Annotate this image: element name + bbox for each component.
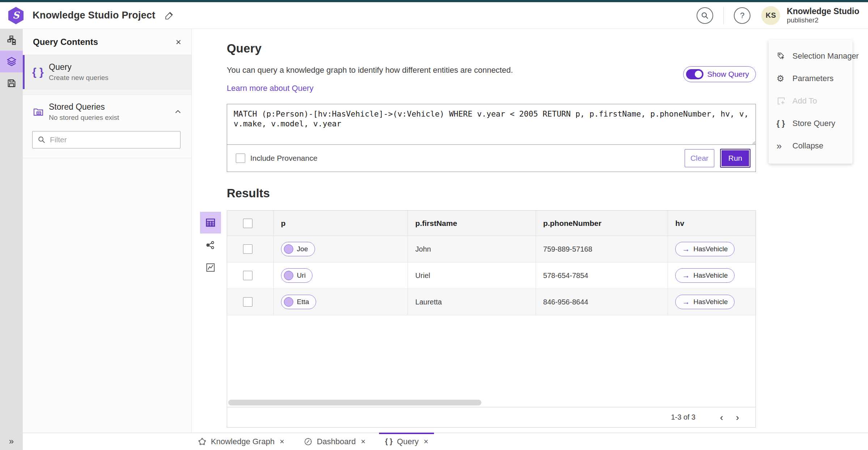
column-header-p[interactable]: p — [274, 211, 408, 236]
menu-item-store-query[interactable]: { } Store Query — [769, 112, 852, 135]
person-node-pill[interactable]: Joe — [281, 242, 315, 256]
view-table-button[interactable] — [200, 212, 221, 234]
relation-pill[interactable]: → HasVehicle — [675, 242, 735, 256]
results-table: p p.firstName p.phoneNumber hv Joe — [227, 210, 756, 428]
clear-button[interactable]: Clear — [685, 149, 714, 167]
person-node-pill[interactable]: Etta — [281, 295, 316, 309]
horizontal-scrollbar-thumb[interactable] — [228, 400, 481, 405]
next-page-button[interactable]: › — [729, 413, 745, 422]
avatar[interactable]: KS — [761, 6, 780, 25]
header-divider — [723, 7, 724, 24]
row-checkbox[interactable] — [243, 244, 252, 254]
tab-query[interactable]: { } Query × — [379, 433, 434, 450]
expand-rail-button[interactable]: » — [0, 433, 23, 450]
search-icon — [701, 12, 709, 20]
rail-item-layers[interactable] — [0, 51, 23, 72]
user-info: Knowledge Studio publisher2 — [787, 7, 859, 24]
filter-input[interactable] — [50, 135, 175, 144]
tab-label: Query — [397, 437, 419, 446]
person-pill-label: Uri — [297, 272, 306, 279]
panel-item-query[interactable]: { } Query Create new queries — [23, 55, 191, 89]
app-logo[interactable]: S — [7, 7, 25, 24]
view-switcher — [200, 212, 221, 278]
person-node-pill[interactable]: Uri — [281, 268, 312, 283]
relation-pill[interactable]: → HasVehicle — [675, 295, 735, 309]
close-panel-button[interactable]: × — [176, 37, 181, 47]
panel-item-stored-queries[interactable]: Stored Queries No stored queries exist — [23, 95, 191, 129]
menu-item-label: Add To — [792, 96, 817, 106]
braces-icon: { } — [32, 66, 49, 78]
pagination-label: 1-3 of 3 — [671, 413, 695, 421]
hexagon-logo-icon: S — [8, 7, 24, 25]
node-dot-icon — [284, 244, 293, 254]
relation-pill[interactable]: → HasVehicle — [675, 268, 735, 283]
close-tab-button[interactable]: × — [424, 438, 429, 446]
tab-dashboard[interactable]: Dashboard × — [298, 433, 371, 450]
header: S Knowledge Studio Project ? KS Knowledg… — [0, 2, 868, 29]
hierarchy-icon — [7, 35, 17, 45]
braces-icon: { } — [776, 119, 792, 128]
query-editor[interactable]: MATCH (p:Person)-[hv:HasVehicle]->(v:Veh… — [227, 104, 756, 145]
arrow-right-icon: → — [682, 271, 690, 280]
search-button[interactable] — [697, 7, 713, 24]
column-header-firstname[interactable]: p.firstName — [408, 211, 536, 236]
show-query-toggle[interactable]: Show Query — [683, 66, 756, 82]
cell-phonenumber: 578-654-7854 — [536, 262, 668, 289]
relation-pill-label: HasVehicle — [693, 272, 728, 279]
query-contents-panel: Query Contents × { } Query Create new qu… — [23, 29, 192, 433]
run-button[interactable]: Run — [720, 149, 750, 168]
include-provenance-checkbox[interactable] — [236, 153, 245, 163]
tab-label: Knowledge Graph — [211, 437, 275, 446]
gear-icon: ⚙ — [776, 73, 792, 84]
user-role: publisher2 — [787, 16, 859, 24]
tab-strip: Knowledge Graph × Dashboard × { } Query … — [23, 433, 868, 450]
relation-pill-label: HasVehicle — [693, 298, 728, 306]
select-all-cell — [227, 211, 274, 236]
learn-more-link[interactable]: Learn more about Query — [227, 84, 314, 93]
help-button[interactable]: ? — [734, 7, 750, 24]
menu-item-selection-manager[interactable]: Selection Manager — [769, 45, 852, 67]
menu-item-parameters[interactable]: ⚙ Parameters — [769, 67, 852, 90]
braces-icon: { } — [385, 437, 392, 446]
select-all-checkbox[interactable] — [243, 219, 252, 228]
view-chart-button[interactable] — [200, 257, 221, 278]
project-title: Knowledge Studio Project — [33, 10, 155, 21]
page-description: You can query a knowledge graph to ident… — [227, 66, 756, 75]
row-checkbox[interactable] — [243, 297, 252, 307]
panel-title: Query Contents — [33, 37, 176, 47]
knowledge-graph-icon — [198, 437, 207, 446]
tab-knowledge-graph[interactable]: Knowledge Graph × — [192, 433, 290, 450]
panel-item-query-desc: Create new queries — [49, 74, 109, 82]
dashboard-icon — [304, 437, 312, 446]
folder-icon — [32, 106, 49, 118]
search-icon — [38, 136, 46, 144]
close-tab-button[interactable]: × — [280, 438, 284, 446]
panel-item-stored-label: Stored Queries — [49, 102, 119, 112]
menu-item-collapse[interactable]: » Collapse — [769, 135, 852, 157]
filter-box[interactable] — [32, 131, 180, 148]
table-view-icon — [205, 217, 216, 228]
prev-page-button[interactable]: ‹ — [714, 413, 729, 422]
edit-title-button[interactable] — [165, 11, 174, 20]
cell-firstname: Lauretta — [408, 289, 536, 315]
editor-footer: Include Provenance Clear Run — [227, 145, 756, 172]
rail-item-hierarchy[interactable] — [0, 29, 23, 51]
include-provenance-label: Include Provenance — [250, 154, 318, 163]
view-graph-button[interactable] — [200, 234, 221, 256]
rail-item-save[interactable] — [0, 72, 23, 94]
row-checkbox[interactable] — [243, 271, 252, 280]
panel-item-query-label: Query — [49, 62, 109, 72]
double-chevron-right-icon: » — [776, 140, 792, 152]
column-header-hv[interactable]: hv — [668, 211, 756, 236]
panel-item-query-text: Query Create new queries — [49, 62, 109, 82]
menu-item-label: Store Query — [792, 119, 835, 128]
panel-item-stored-desc: No stored queries exist — [49, 114, 119, 122]
chart-view-icon — [205, 262, 216, 273]
menu-item-add-to[interactable]: Add To — [769, 90, 852, 112]
panel-section-divider — [23, 89, 191, 95]
chevron-up-icon — [174, 108, 182, 116]
collapse-section-button[interactable] — [174, 108, 182, 116]
column-header-phonenumber[interactable]: p.phoneNumber — [536, 211, 668, 236]
help-icon: ? — [740, 11, 744, 20]
close-tab-button[interactable]: × — [361, 438, 366, 446]
